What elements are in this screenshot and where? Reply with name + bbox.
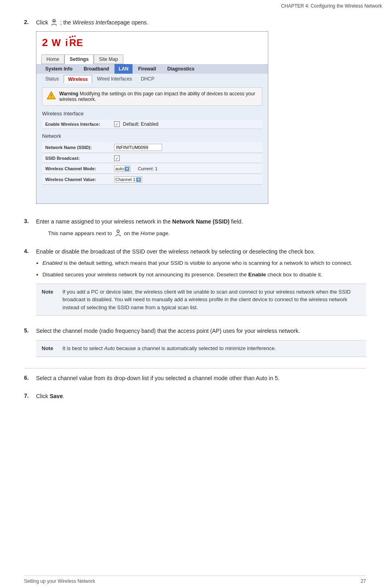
svg-point-8	[74, 36, 76, 37]
step-2-text: Click ; the Wireless Interfacepage opens…	[36, 18, 366, 27]
bullet-4-2: Disabled secures your wireless network b…	[42, 271, 366, 279]
channel-mode-label: Wireless Channel Mode:	[42, 166, 114, 171]
channel-mode-value: auto ▼ Current: 1	[114, 165, 157, 172]
note-5-content: It is best to select Auto because a chan…	[62, 344, 360, 352]
form-row-ssid: Network Name (SSID):	[42, 142, 262, 153]
ssid-input[interactable]	[114, 144, 162, 151]
step-2-content: Click ; the Wireless Interfacepage opens…	[36, 18, 366, 211]
chapter-title: CHAPTER 4: Configuring the Wireless Netw…	[281, 3, 382, 9]
step-2: 2. Click ; the Wireless Interfacepage op…	[24, 18, 366, 211]
channel-mode-arrow: ▼	[125, 167, 129, 171]
note-4-label: Note	[42, 288, 58, 312]
channel-value-select[interactable]: Channel 1 ▼	[114, 176, 142, 183]
logo-container: 2 W i R E	[41, 36, 263, 50]
enable-wireless-text: Default: Enabled	[123, 121, 159, 127]
step-5-content: Select the channel mode (radio frequency…	[36, 327, 366, 362]
content-area: ! Warning Modifying the settings on this…	[36, 83, 268, 203]
ssid-broadcast-checkbox[interactable]	[114, 155, 120, 161]
step-5: 5. Select the channel mode (radio freque…	[24, 327, 366, 362]
step-7-text: Click Save.	[36, 392, 366, 401]
svg-point-6	[69, 36, 71, 38]
sys-tab-lan[interactable]: LAN	[115, 64, 133, 74]
note-4-content: If you add a PC or device later, the wir…	[62, 288, 360, 312]
form-row-channel-value: Wireless Channel Value: Channel 1 ▼	[42, 175, 262, 185]
step-4-content: Enable or disable the broadcast of the S…	[36, 248, 366, 320]
section-network: Network	[42, 133, 262, 140]
step-3-content: Enter a name assigned to your wireless n…	[36, 217, 366, 241]
svg-text:2: 2	[42, 36, 48, 48]
step-2-italic: Wireless Interface	[72, 19, 117, 26]
section-wireless-interface: Wireless Interface	[42, 111, 262, 117]
channel-value-arrow: ▼	[136, 177, 141, 182]
sub-tab-status[interactable]: Status	[41, 75, 63, 83]
note-box-5: Note It is best to select Auto because a…	[36, 340, 366, 357]
sys-tab-broadband[interactable]: Broadband	[78, 64, 115, 74]
step-2-semicolon: ; the	[60, 19, 72, 26]
wireless-person-icon	[50, 18, 58, 27]
step-3-text: Enter a name assigned to your wireless n…	[36, 217, 366, 226]
form-row-channel-mode: Wireless Channel Mode: auto ▼ Current: 1	[42, 164, 262, 174]
bullet-4-2-bold: Enable	[248, 272, 266, 278]
enable-wireless-value: Default: Enabled	[114, 121, 159, 127]
screenshot-box: 2 W i R E	[36, 31, 268, 204]
nav-tab-sitemap[interactable]: Site Map	[94, 54, 123, 64]
step-3-number: 3.	[24, 217, 36, 224]
nav-tabs: Home Settings Site Map	[36, 54, 268, 64]
page-footer: Setting up your Wireless Network 27	[24, 576, 366, 584]
warning-bold: Warning	[59, 91, 78, 97]
warning-box: ! Warning Modifying the settings on this…	[42, 87, 262, 106]
sys-tab-firewall[interactable]: Firewall	[133, 64, 162, 74]
step-2-click: Click	[36, 19, 48, 26]
footer-right: 27	[361, 578, 366, 584]
sub-tab-wireless[interactable]: Wireless	[64, 75, 92, 83]
note-5-label: Note	[42, 344, 58, 352]
step-6-content: Select a channel value from its drop-dow…	[36, 374, 366, 386]
step-6-text: Select a channel value from its drop-dow…	[36, 374, 366, 383]
svg-text:R: R	[69, 37, 76, 48]
logo-bar: 2 W i R E	[36, 32, 268, 54]
step-7-number: 7.	[24, 392, 36, 399]
sys-tab-diagnostics[interactable]: Diagnostics	[162, 64, 200, 74]
ssid-broadcast-value	[114, 155, 120, 161]
step-7-content: Click Save.	[36, 392, 366, 404]
svg-point-11	[117, 230, 119, 232]
note-box-4: Note If you add a PC or device later, th…	[36, 284, 366, 316]
step-4-number: 4.	[24, 248, 36, 254]
sub-tab-wired[interactable]: Wired Interfaces	[93, 75, 136, 83]
bullet-4-1: Enabled is the default setting, which me…	[42, 259, 366, 267]
step-4-bullets: Enabled is the default setting, which me…	[42, 259, 366, 279]
channel-mode-current: Current: 1	[138, 166, 157, 171]
svg-text:W: W	[52, 37, 61, 48]
svg-point-7	[72, 36, 73, 37]
step-5-number: 5.	[24, 327, 36, 334]
sys-tab-sysinfo[interactable]: System Info	[40, 64, 78, 74]
chapter-header: CHAPTER 4: Configuring the Wireless Netw…	[0, 0, 390, 10]
nav-tab-home[interactable]: Home	[41, 54, 64, 64]
step-7-save: Save	[50, 393, 63, 399]
warning-text: Warning Modifying the settings on this p…	[59, 91, 258, 102]
channel-mode-select[interactable]: auto ▼	[114, 165, 131, 172]
channel-value-label: Wireless Channel Value:	[42, 177, 114, 182]
form-row-ssid-broadcast: SSID Broadcast:	[42, 154, 262, 163]
ssid-value	[114, 144, 162, 151]
svg-text:!: !	[50, 93, 52, 99]
sys-tabs: System Info Broadband LAN Firewall Diagn…	[36, 64, 268, 74]
sub-tab-dhcp[interactable]: DHCP	[137, 75, 159, 83]
step-2-end: page opens.	[117, 19, 148, 26]
form-row-enable-wireless: Enable Wireless Interface: Default: Enab…	[42, 120, 262, 129]
enable-wireless-checkbox[interactable]	[114, 121, 120, 127]
divider-after-5	[24, 368, 366, 369]
step-4: 4. Enable or disable the broadcast of th…	[24, 248, 366, 320]
step-2-number: 2.	[24, 18, 36, 25]
step-6-number: 6.	[24, 374, 36, 381]
enable-wireless-label: Enable Wireless Interface:	[42, 122, 114, 127]
nav-tab-settings[interactable]: Settings	[64, 54, 94, 64]
ssid-broadcast-label: SSID Broadcast:	[42, 156, 114, 161]
footer-left: Setting up your Wireless Network	[24, 578, 95, 584]
home-icon	[115, 229, 122, 238]
svg-text:i: i	[65, 37, 68, 48]
step-7: 7. Click Save.	[24, 392, 366, 404]
step-5-text: Select the channel mode (radio frequency…	[36, 327, 366, 335]
step-6: 6. Select a channel value from its drop-…	[24, 374, 366, 386]
ssid-label: Network Name (SSID):	[42, 145, 114, 150]
